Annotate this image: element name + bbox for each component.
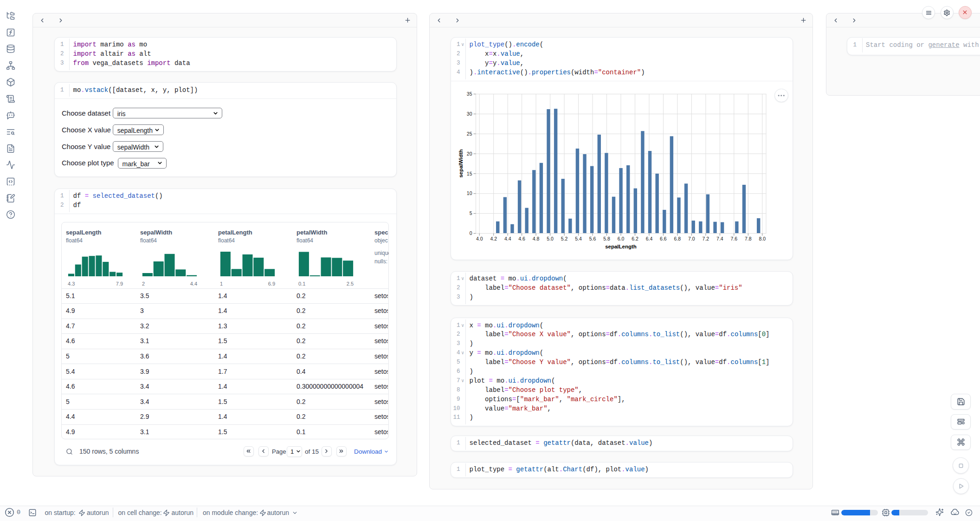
svg-text:4.4: 4.4	[504, 236, 511, 241]
svg-text:10: 10	[466, 190, 472, 196]
svg-text:6.8: 6.8	[674, 236, 681, 241]
svg-text:15: 15	[466, 170, 472, 176]
svg-text:7.2: 7.2	[702, 236, 709, 241]
svg-text:4.2: 4.2	[490, 236, 497, 241]
svg-text:6.4: 6.4	[645, 236, 652, 241]
svg-text:6.6: 6.6	[660, 236, 667, 241]
svg-text:20: 20	[466, 150, 472, 156]
svg-text:0: 0	[469, 230, 472, 236]
svg-text:6.0: 6.0	[617, 236, 624, 241]
svg-text:sepalLength: sepalLength	[605, 243, 637, 249]
svg-text:7.6: 7.6	[730, 236, 737, 241]
svg-text:25: 25	[466, 130, 472, 136]
svg-text:5.2: 5.2	[561, 236, 567, 241]
svg-text:5.0: 5.0	[547, 236, 554, 241]
svg-text:7.4: 7.4	[716, 236, 723, 241]
svg-text:4.8: 4.8	[532, 236, 539, 241]
svg-text:5.4: 5.4	[575, 236, 582, 241]
svg-text:8.0: 8.0	[759, 236, 766, 241]
svg-text:30: 30	[466, 111, 472, 117]
svg-text:sepalWidth: sepalWidth	[458, 149, 463, 177]
svg-text:35: 35	[466, 91, 472, 97]
svg-text:4.0: 4.0	[476, 236, 483, 241]
svg-text:6.2: 6.2	[632, 236, 638, 241]
svg-text:7.0: 7.0	[688, 236, 695, 241]
svg-text:5.6: 5.6	[589, 236, 596, 241]
svg-text:7.8: 7.8	[744, 236, 751, 241]
svg-text:5: 5	[469, 210, 472, 216]
svg-text:5.8: 5.8	[603, 236, 610, 241]
svg-text:4.6: 4.6	[518, 236, 525, 241]
